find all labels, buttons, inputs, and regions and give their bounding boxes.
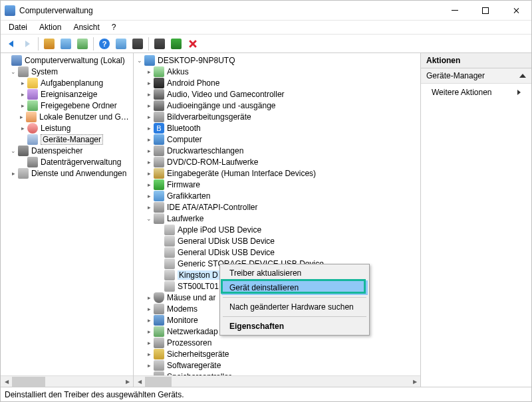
tree-shared-folders[interactable]: ▸ Freigegebene Ordner (2, 100, 133, 111)
scroll-right-button[interactable]: ▶ (122, 376, 133, 387)
scroll-left-button[interactable]: ◀ (134, 376, 145, 387)
actions-pane: Aktionen Geräte-Manager Weitere Aktionen (421, 53, 531, 387)
tree-root-label: Computerverwaltung (Lokal) (25, 56, 125, 65)
hdd-icon (164, 236, 175, 247)
toolbar-btn-7[interactable] (152, 37, 167, 51)
modem-icon (154, 304, 164, 314)
cat-graphics[interactable]: ▸Grafikkarten (135, 190, 420, 201)
tree-root[interactable]: ▸ Computerverwaltung (Lokal) (2, 54, 133, 66)
drive-apple-ipod[interactable]: ▸Apple iPod USB Device (135, 224, 420, 235)
ctx-scan-hardware[interactable]: Nach geänderter Hardware suchen (221, 300, 368, 314)
menubar: Datei Aktion Ansicht ? (1, 21, 531, 35)
cat-dvd[interactable]: ▸DVD/CD-ROM-Laufwerke (135, 156, 420, 167)
tree-services[interactable]: ▸ Dienste und Anwendungen (2, 167, 133, 179)
cat-computer[interactable]: ▸Computer (135, 134, 420, 145)
help-icon: ? (99, 39, 110, 49)
x-red-icon (188, 39, 198, 49)
toolbar-btn-2[interactable] (59, 37, 73, 51)
toolbar-enable-button[interactable] (169, 37, 184, 51)
ctx-update-driver[interactable]: Treiber aktualisieren (221, 266, 368, 280)
scroll-thumb[interactable] (145, 377, 172, 387)
actions-category[interactable]: Geräte-Manager (421, 68, 531, 84)
toolbar-btn-1[interactable] (42, 37, 57, 51)
ctx-separator (223, 316, 366, 317)
actions-more[interactable]: Weitere Aktionen (421, 84, 531, 101)
printer-icon (154, 146, 164, 156)
maximize-button[interactable] (470, 1, 501, 21)
desktop-icon (144, 55, 155, 66)
expand-toggle[interactable]: ⌄ (9, 68, 18, 75)
tree-device-manager[interactable]: ▸ Geräte-Manager (2, 134, 133, 145)
software-icon (154, 360, 164, 371)
cat-batteries[interactable]: ▸Akkus (135, 66, 420, 77)
tree-task-scheduler[interactable]: ▸ Aufgabenplanung (2, 77, 133, 88)
cat-software[interactable]: ▸Softwaregeräte (135, 359, 420, 371)
event-icon (27, 89, 38, 100)
tree-system[interactable]: ⌄ System (2, 66, 133, 77)
scroll-thumb[interactable] (12, 377, 45, 387)
hdd-icon (164, 281, 175, 292)
cat-firmware[interactable]: ▸Firmware (135, 179, 420, 190)
toolbar-btn-3[interactable] (75, 37, 90, 51)
actions-category-label: Geräte-Manager (426, 71, 485, 80)
mid-h-scrollbar[interactable]: ◀ ▶ (134, 375, 420, 387)
computer-icon (154, 134, 164, 145)
task-icon (27, 78, 38, 88)
minimize-button[interactable] (440, 1, 470, 21)
cat-ide[interactable]: ▸IDE ATA/ATAPI-Controller (135, 201, 420, 213)
body-split: ▸ Computerverwaltung (Lokal) ⌄ System ▸ … (1, 53, 531, 387)
cat-audio-io[interactable]: ▸Audioeingänge und -ausgänge (135, 100, 420, 111)
drive-udisk-2[interactable]: ▸General UDisk USB Device (135, 247, 420, 258)
nav-back-button[interactable] (3, 37, 18, 51)
toolbar-btn-5[interactable] (114, 37, 128, 51)
menu-view[interactable]: Ansicht (68, 21, 104, 33)
status-text: Deinstalliert den Treiber des ausgewählt… (5, 390, 184, 399)
cat-bluetooth[interactable]: ▸BBluetooth (135, 122, 420, 134)
cat-android-phone[interactable]: ▸Android Phone (135, 77, 420, 88)
ctx-separator (223, 297, 366, 298)
close-button[interactable] (501, 1, 531, 21)
ctx-uninstall-device[interactable]: Gerät deinstallieren (221, 280, 368, 295)
hdd-icon (164, 225, 175, 235)
firmware-icon (154, 179, 164, 190)
tree-local-users[interactable]: ▸ Lokale Benutzer und Gruppen (2, 111, 133, 122)
cat-drives[interactable]: ⌄Laufwerke (135, 213, 420, 224)
cat-security[interactable]: ▸Sicherheitsgeräte (135, 348, 420, 359)
cat-hid[interactable]: ▸Eingabegeräte (Human Interface Devices) (135, 167, 420, 179)
collapse-icon (519, 74, 526, 78)
cat-memctl[interactable]: ▸Speichercontroller (135, 371, 420, 375)
tree-storage[interactable]: ⌄ Datenspeicher (2, 145, 133, 156)
drive-udisk-1[interactable]: ▸General UDisk USB Device (135, 235, 420, 247)
tree-performance[interactable]: ▸ Leistung (2, 122, 133, 134)
scroll-left-button[interactable]: ◀ (1, 376, 12, 387)
cat-imaging[interactable]: ▸Bildverarbeitungsgeräte (135, 111, 420, 122)
scroll-right-button[interactable]: ▶ (409, 376, 420, 387)
arrow-right-icon (25, 41, 30, 47)
nav-forward-button[interactable] (20, 37, 35, 51)
toolbar-uninstall-button[interactable] (186, 37, 200, 51)
gpu-icon (154, 191, 164, 201)
performance-icon (27, 123, 38, 134)
menu-file[interactable]: Datei (3, 21, 33, 33)
imaging-icon (154, 112, 164, 122)
disk-icon (27, 157, 38, 167)
close-icon (513, 7, 519, 14)
menu-action[interactable]: Aktion (34, 21, 66, 33)
toolbar-help-button[interactable]: ? (97, 37, 112, 51)
titlebar: Computerverwaltung (1, 1, 531, 21)
menu-help[interactable]: ? (106, 21, 122, 33)
hdd-icon (164, 270, 175, 280)
cat-print-queues[interactable]: ▸Druckwarteschlangen (135, 145, 420, 156)
tree-event-viewer[interactable]: ▸ Ereignisanzeige (2, 88, 133, 100)
audio-icon (154, 100, 164, 111)
toolbar-btn-6[interactable] (130, 37, 145, 51)
ctx-properties[interactable]: Eigenschaften (221, 319, 368, 334)
tree-disk-mgmt[interactable]: ▸ Datenträgerverwaltung (2, 156, 133, 167)
device-root[interactable]: ⌄ DESKTOP-9NP8UTQ (135, 54, 420, 66)
device-manager-icon (27, 134, 38, 145)
cat-av-game[interactable]: ▸Audio, Video und Gamecontroller (135, 88, 420, 100)
storage-icon (18, 146, 29, 156)
left-h-scrollbar[interactable]: ◀ ▶ (1, 375, 133, 387)
cat-processors[interactable]: ▸Prozessoren (135, 337, 420, 348)
context-menu: Treiber aktualisieren Gerät deinstallier… (219, 264, 370, 336)
